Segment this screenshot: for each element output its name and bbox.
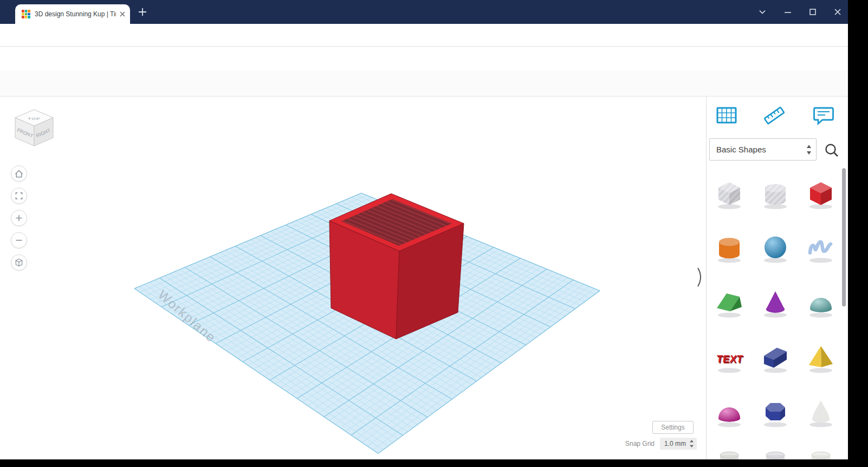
zoom-in-button[interactable] (11, 210, 27, 226)
shape-polygon[interactable] (758, 394, 793, 429)
shape-roof[interactable] (712, 285, 747, 319)
new-tab-icon[interactable] (138, 7, 147, 17)
shape-box[interactable] (804, 176, 838, 211)
view-cube-top-label: TOP (28, 117, 40, 120)
shape-partial-shape[interactable] (712, 448, 747, 459)
shape-wedge[interactable] (758, 340, 793, 375)
shapes-panel: Basic Shapes TEXTTEXT (706, 97, 848, 459)
shape-sphere[interactable] (758, 230, 793, 265)
app-header: TIN KER CAD Basic Box (0, 47, 848, 71)
viewport-3d[interactable]: Workplane TOP FRONT RIGHT Settings (0, 97, 706, 459)
tab-title: 3D design Stunning Kup | Tinkerc (35, 4, 116, 24)
shape-hole-box[interactable] (712, 176, 747, 211)
shape-cone[interactable] (758, 285, 793, 319)
window-maximize-icon[interactable] (807, 7, 818, 17)
shape-dome[interactable] (712, 394, 747, 429)
tab-search-chevron[interactable] (757, 7, 767, 17)
snap-grid-caret-icon (689, 439, 694, 448)
editor-toolbar: Import Export Send To (0, 71, 848, 97)
snap-grid-label: Snap Grid (591, 440, 655, 447)
shape-paraboloid[interactable] (804, 394, 838, 429)
shape-partial-shape[interactable] (804, 448, 838, 459)
view-cube[interactable]: TOP FRONT RIGHT (9, 106, 60, 150)
fit-view-button[interactable] (11, 188, 27, 204)
tab-strip: 3D design Stunning Kup | Tinkerc (0, 0, 848, 24)
settings-button[interactable]: Settings (652, 421, 694, 434)
shape-partial-shape[interactable] (758, 448, 793, 459)
perspective-toggle-button[interactable] (11, 254, 27, 271)
zoom-out-button[interactable] (11, 232, 27, 248)
shape-half-sphere[interactable] (804, 285, 838, 319)
tinkercad-favicon (22, 10, 30, 18)
browser-tab[interactable]: 3D design Stunning Kup | Tinkerc (15, 4, 130, 24)
browser-window: 3D design Stunning Kup | Tinkerc tinkerc… (0, 0, 848, 459)
svg-text:TEXT: TEXT (716, 353, 744, 364)
home-view-button[interactable] (11, 165, 27, 182)
shape-text[interactable]: TEXTTEXT (712, 340, 747, 375)
url-bar: tinkercad.com/things/kAqjLvUJpra-stunnin… (0, 24, 848, 47)
window-close-icon[interactable] (832, 7, 843, 17)
tab-close-icon[interactable] (118, 10, 127, 18)
shape-scribble[interactable] (804, 230, 838, 265)
snap-grid-value: 1.0 mm (664, 438, 686, 450)
panel-collapse-handle[interactable] (697, 267, 704, 287)
shape-hole-cylinder[interactable] (758, 176, 793, 211)
panel-scrollbar[interactable] (842, 168, 846, 306)
snap-grid-select[interactable]: 1.0 mm (660, 438, 697, 450)
shape-grid: TEXTTEXT (707, 97, 848, 459)
shape-pyramid[interactable] (804, 340, 838, 375)
window-minimize-icon[interactable] (782, 7, 793, 17)
shape-cylinder[interactable] (712, 230, 747, 265)
